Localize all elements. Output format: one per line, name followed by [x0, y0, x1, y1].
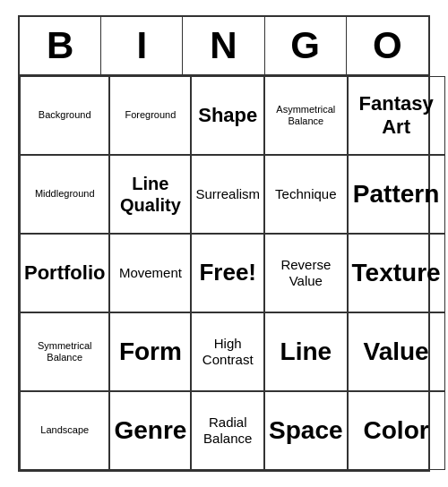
bingo-letter-i: I: [101, 17, 183, 74]
bingo-cell-3: Asymmetrical Balance: [264, 76, 348, 155]
bingo-cell-8: Technique: [264, 155, 348, 234]
bingo-cell-7: Surrealism: [191, 155, 264, 234]
bingo-cell-5: Middleground: [20, 155, 109, 234]
bingo-cell-2: Shape: [191, 76, 264, 155]
bingo-letter-n: N: [183, 17, 264, 74]
bingo-cell-20: Landscape: [20, 391, 109, 470]
bingo-card: BINGO BackgroundForegroundShapeAsymmetri…: [18, 15, 430, 472]
bingo-letter-o: O: [347, 17, 428, 74]
bingo-cell-6: Line Quality: [109, 155, 191, 234]
bingo-cell-23: Space: [264, 391, 348, 470]
bingo-cell-17: High Contrast: [191, 312, 264, 391]
bingo-cell-0: Background: [20, 76, 109, 155]
bingo-cell-14: Texture: [348, 234, 445, 312]
bingo-cell-19: Value: [348, 312, 445, 391]
bingo-letter-b: B: [20, 17, 101, 74]
bingo-cell-22: Radial Balance: [191, 391, 264, 470]
bingo-cell-16: Form: [109, 312, 191, 391]
bingo-cell-1: Foreground: [109, 76, 191, 155]
bingo-cell-11: Movement: [109, 234, 191, 312]
bingo-cell-12: Free!: [191, 234, 264, 312]
bingo-cell-13: Reverse Value: [264, 234, 348, 312]
bingo-cell-4: Fantasy Art: [348, 76, 445, 155]
bingo-cell-15: Symmetrical Balance: [20, 312, 109, 391]
bingo-header: BINGO: [20, 17, 428, 76]
bingo-letter-g: G: [265, 17, 347, 74]
bingo-cell-24: Color: [348, 391, 445, 470]
bingo-cell-21: Genre: [109, 391, 191, 470]
bingo-grid: BackgroundForegroundShapeAsymmetrical Ba…: [20, 76, 428, 470]
bingo-cell-18: Line: [264, 312, 348, 391]
bingo-cell-9: Pattern: [348, 155, 445, 234]
bingo-cell-10: Portfolio: [20, 234, 109, 312]
